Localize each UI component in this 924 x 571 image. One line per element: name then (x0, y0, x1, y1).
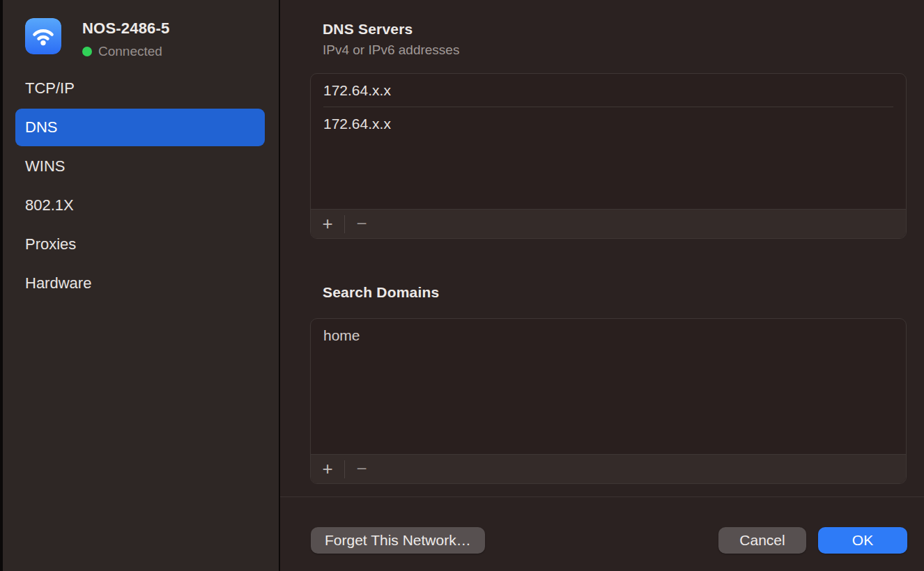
network-meta: NOS-2486-5 Connected (82, 18, 170, 59)
cancel-button[interactable]: Cancel (718, 527, 806, 554)
remove-search-domain-button[interactable]: − (345, 455, 378, 484)
sidebar-item-label: 802.1X (25, 196, 74, 214)
remove-dns-server-button[interactable]: − (345, 210, 378, 239)
sidebar-item[interactable]: TCP/IP (15, 70, 265, 107)
footer-divider (280, 496, 924, 497)
sidebar-item[interactable]: Proxies (15, 226, 265, 263)
search-domains-toolbar: + − (311, 454, 906, 483)
network-status: Connected (82, 44, 170, 59)
sidebar-item[interactable]: DNS (15, 109, 265, 146)
window-edge (0, 0, 3, 571)
network-name: NOS-2486-5 (82, 19, 170, 38)
sidebar-nav: TCP/IP DNS WINS 802.1X Proxies Hardware (15, 70, 265, 302)
search-domains-title: Search Domains (323, 284, 439, 301)
connected-status-label: Connected (98, 44, 162, 59)
forget-network-button[interactable]: Forget This Network… (311, 527, 485, 554)
main-pane: DNS Servers IPv4 or IPv6 addresses 172.6… (280, 0, 924, 571)
search-domain-value: home (323, 327, 360, 343)
sidebar-item-label: Proxies (25, 235, 76, 253)
sidebar-item[interactable]: 802.1X (15, 187, 265, 224)
wifi-icon (25, 18, 61, 54)
search-domain-row[interactable]: home (311, 319, 906, 352)
dns-servers-list: 172.64.x.x 172.64.x.x + − (310, 73, 907, 239)
network-header: NOS-2486-5 Connected (25, 18, 170, 59)
dns-servers-subtitle: IPv4 or IPv6 addresses (323, 42, 459, 58)
ok-button[interactable]: OK (818, 527, 907, 554)
search-domains-rows: home (311, 319, 906, 352)
add-search-domain-button[interactable]: + (311, 455, 344, 484)
sidebar-item[interactable]: Hardware (15, 265, 265, 302)
dns-server-row[interactable]: 172.64.x.x (311, 107, 906, 141)
dns-server-row[interactable]: 172.64.x.x (311, 74, 906, 107)
dns-servers-rows: 172.64.x.x 172.64.x.x (311, 74, 906, 141)
connected-status-dot-icon (82, 47, 92, 56)
sidebar-item-label: DNS (25, 118, 57, 136)
dns-servers-toolbar: + − (311, 209, 906, 238)
add-dns-server-button[interactable]: + (311, 210, 344, 239)
dns-server-value: 172.64.x.x (323, 116, 391, 132)
sidebar-item[interactable]: WINS (15, 148, 265, 185)
dns-servers-title: DNS Servers (323, 21, 413, 38)
sidebar-item-label: Hardware (25, 274, 91, 292)
search-domains-list: home + − (310, 318, 907, 484)
sidebar-item-label: TCP/IP (25, 79, 75, 97)
sidebar-item-label: WINS (25, 157, 65, 175)
sidebar: NOS-2486-5 Connected TCP/IP DNS WINS 802… (0, 0, 280, 571)
dns-server-value: 172.64.x.x (323, 82, 391, 98)
